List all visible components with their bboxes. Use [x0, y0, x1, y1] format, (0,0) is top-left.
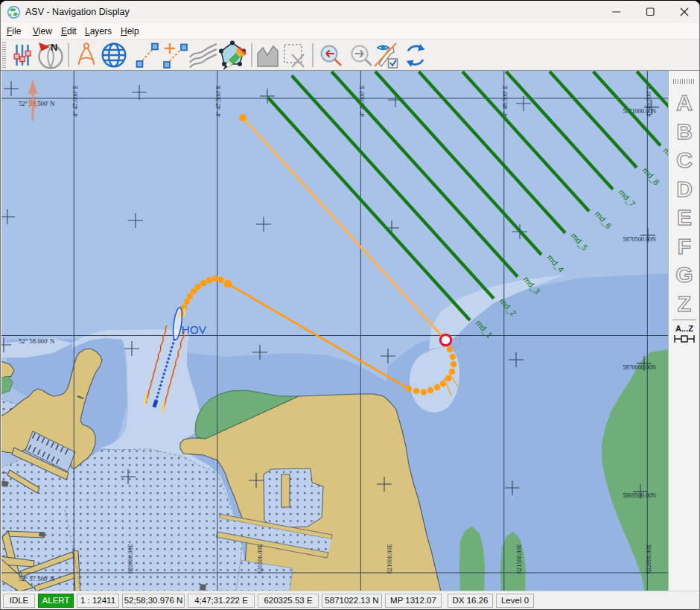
svg-text:5870000.00N: 5870000.00N [623, 364, 656, 371]
svg-text:620000.00E: 620000.00E [127, 544, 134, 574]
svg-text:HOV: HOV [182, 323, 207, 336]
svg-text:4° 48.500' E: 4° 48.500' E [501, 85, 509, 117]
svg-text:5869500.00N: 5869500.00N [623, 492, 656, 499]
svg-text:621500.00E: 621500.00E [516, 544, 523, 574]
svg-text:4° 47.000' E: 4° 47.000' E [71, 85, 79, 117]
svg-text:622000.00E: 622000.00E [646, 544, 652, 574]
svg-text:4° 47.500' E: 4° 47.500' E [214, 85, 222, 117]
svg-text:N: N [28, 97, 37, 111]
svg-text:621000.00E: 621000.00E [386, 544, 393, 574]
svg-text:620500.00E: 620500.00E [257, 544, 264, 574]
svg-text:N: N [51, 42, 57, 53]
svg-text:5870500.00N: 5870500.00N [623, 236, 656, 243]
svg-text:52° 58.000' N: 52° 58.000' N [19, 337, 55, 345]
svg-text:52° 57.500' N: 52° 57.500' N [19, 575, 55, 582]
